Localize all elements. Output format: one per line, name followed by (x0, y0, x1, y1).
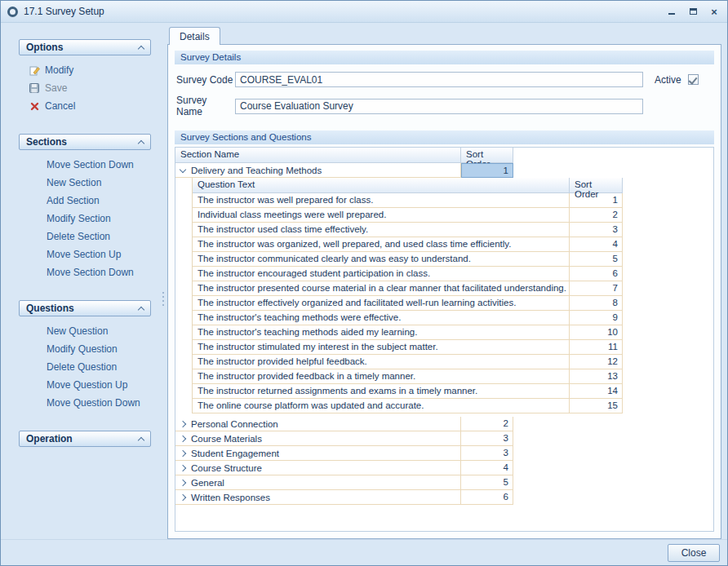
modify-button[interactable]: Modify (29, 64, 151, 77)
question-text: The instructor provided helpful feedback… (193, 355, 570, 369)
app-logo-icon (7, 7, 18, 17)
maximize-button[interactable] (686, 7, 699, 17)
move-section-down-button-2[interactable]: Move Section Down (47, 266, 151, 279)
tab-details[interactable]: Details (169, 27, 220, 45)
survey-code-label: Survey Code (176, 74, 235, 86)
question-row[interactable]: The instructor returned assignments and … (193, 384, 623, 399)
chevron-up-icon (138, 45, 144, 51)
question-row[interactable]: The instructor was well prepared for cla… (193, 193, 623, 208)
chevron-right-icon[interactable] (180, 420, 186, 427)
active-label: Active (655, 74, 681, 86)
section-sort-cell-selected: 1 (461, 163, 513, 178)
panel-questions: Questions New Question Modify Question D… (19, 300, 151, 414)
splitter-handle[interactable] (161, 282, 165, 315)
section-sort-cell: 4 (461, 461, 513, 475)
section-row[interactable]: Student Engagement 3 (175, 446, 713, 461)
minimize-icon (668, 13, 675, 15)
column-header-sort-order[interactable]: Sort Order (461, 148, 513, 163)
question-row[interactable]: The instructor effectively organized and… (193, 296, 623, 311)
new-section-button[interactable]: New Section (47, 176, 151, 189)
panel-sections-header[interactable]: Sections (19, 134, 151, 150)
question-row[interactable]: The instructor's teaching methods aided … (193, 325, 623, 340)
question-row[interactable]: The instructor provided helpful feedback… (193, 355, 623, 369)
active-checkbox[interactable] (688, 74, 699, 85)
panel-title: Options (26, 42, 63, 53)
delete-question-button[interactable]: Delete Question (47, 360, 151, 374)
section-row-expanded[interactable]: Delivery and Teaching Methods 1 (175, 163, 713, 178)
section-row[interactable]: Written Responses 6 (175, 490, 713, 505)
question-sort: 1 (570, 193, 623, 208)
section-name: Personal Connection (191, 419, 278, 429)
modify-question-button[interactable]: Modify Question (47, 343, 151, 356)
question-text: The instructor's teaching methods aided … (193, 325, 570, 340)
question-row[interactable]: The online course platform was updated a… (193, 399, 623, 413)
chevron-up-icon (138, 436, 144, 443)
move-section-up-button[interactable]: Move Section Up (47, 248, 151, 261)
chevron-down-icon[interactable] (180, 166, 186, 172)
question-sort: 5 (570, 252, 623, 267)
move-question-up-button[interactable]: Move Question Up (47, 378, 151, 391)
cancel-button[interactable]: Cancel (29, 99, 151, 113)
add-section-button[interactable]: Add Section (47, 194, 151, 207)
section-name-cell: Course Materials (175, 431, 461, 446)
client-area: Options Modify Save (1, 23, 727, 539)
question-row[interactable]: The instructor provided feedback in a ti… (193, 369, 623, 384)
section-row[interactable]: Course Materials 3 (175, 431, 713, 446)
section-row[interactable]: Personal Connection 2 (175, 417, 713, 431)
column-header-question-sort[interactable]: Sort Order (570, 178, 623, 193)
move-section-down-button[interactable]: Move Section Down (47, 158, 151, 171)
section-row[interactable]: Course Structure 4 (175, 461, 713, 475)
question-row[interactable]: The instructor presented course material… (193, 281, 623, 296)
question-text: The instructor returned assignments and … (193, 384, 570, 399)
chevron-right-icon[interactable] (180, 493, 186, 500)
link-label: Delete Section (47, 231, 110, 242)
question-text: The instructor stimulated my interest in… (193, 340, 570, 355)
questions-grid: Question Text Sort Order The instructor … (192, 178, 623, 413)
chevron-up-icon (138, 139, 144, 146)
question-row[interactable]: Individual class meetings were well prep… (193, 208, 623, 223)
panel-options-header[interactable]: Options (19, 39, 151, 55)
minimize-button[interactable] (665, 7, 678, 17)
move-question-down-button[interactable]: Move Question Down (47, 396, 151, 409)
link-label: Move Section Down (47, 267, 134, 278)
close-icon: × (711, 7, 717, 17)
question-row[interactable]: The instructor communicated clearly and … (193, 252, 623, 267)
survey-name-input[interactable] (235, 99, 643, 114)
question-row[interactable]: The instructor encouraged student partic… (193, 267, 623, 281)
section-row[interactable]: General 5 (175, 475, 713, 490)
chevron-right-icon[interactable] (180, 435, 186, 441)
section-name: Course Structure (191, 463, 262, 473)
section-sort-cell: 6 (461, 490, 513, 505)
column-header-question-text[interactable]: Question Text (193, 178, 570, 193)
question-row[interactable]: The instructor was organized, well prepa… (193, 237, 623, 252)
survey-name-label: Survey Name (176, 95, 235, 117)
question-row[interactable]: The instructor used class time effective… (193, 223, 623, 237)
question-sort: 2 (570, 208, 623, 223)
question-row[interactable]: The instructor's teaching methods were e… (193, 311, 623, 325)
grid-header-row: Section Name Sort Order (175, 148, 713, 163)
title-bar: 17.1 Survey Setup × (1, 1, 727, 23)
panel-questions-items: New Question Modify Question Delete Ques… (19, 316, 151, 414)
panel-sections: Sections Move Section Down New Section A… (19, 134, 151, 284)
chevron-right-icon[interactable] (180, 464, 186, 471)
save-button[interactable]: Save (29, 82, 151, 95)
maximize-icon (690, 8, 697, 15)
panel-title: Questions (26, 303, 74, 314)
close-button[interactable]: Close (668, 544, 720, 562)
close-window-button[interactable]: × (708, 7, 721, 17)
section-sort-cell: 5 (461, 475, 513, 490)
link-label: New Question (47, 325, 108, 337)
panel-operation-header[interactable]: Operation (19, 431, 151, 447)
cancel-label: Cancel (45, 100, 75, 112)
section-name-cell: Course Structure (175, 461, 461, 475)
survey-code-input[interactable] (235, 72, 643, 87)
panel-questions-header[interactable]: Questions (19, 300, 151, 316)
chevron-right-icon[interactable] (180, 449, 186, 456)
modify-section-button[interactable]: Modify Section (47, 212, 151, 225)
chevron-right-icon[interactable] (180, 479, 186, 485)
modify-icon (29, 65, 40, 76)
delete-section-button[interactable]: Delete Section (47, 230, 151, 243)
new-question-button[interactable]: New Question (47, 325, 151, 338)
column-header-section-name[interactable]: Section Name (175, 148, 461, 163)
question-row[interactable]: The instructor stimulated my interest in… (193, 340, 623, 355)
